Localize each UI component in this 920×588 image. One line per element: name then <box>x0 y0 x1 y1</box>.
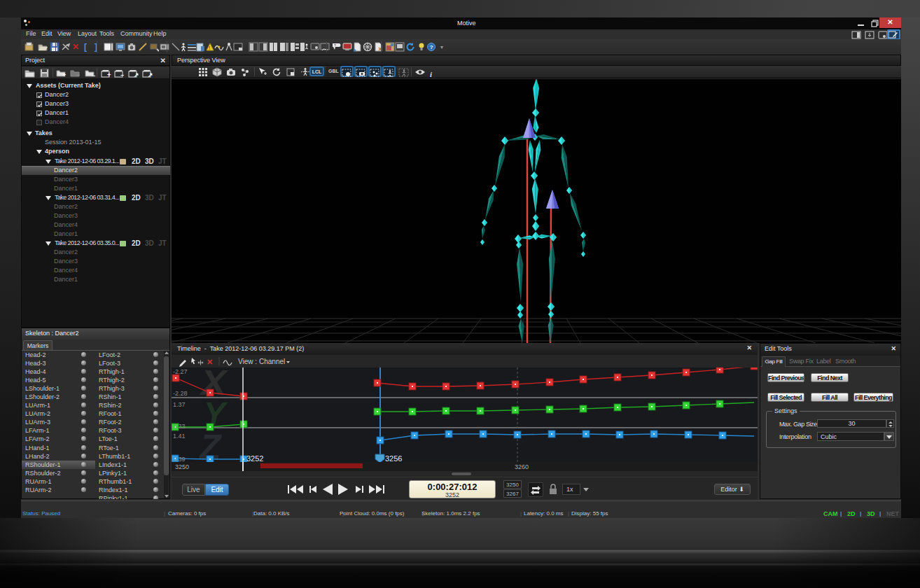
svg-text:↗: ↗ <box>148 71 153 78</box>
svg-text:+: + <box>62 71 66 78</box>
svg-text:1.41: 1.41 <box>173 433 186 440</box>
svg-text:3256: 3256 <box>385 454 402 462</box>
svg-text:!: ! <box>209 45 210 51</box>
svg-text:?: ? <box>334 43 336 48</box>
svg-text:View :: View : <box>238 358 257 365</box>
svg-text:→: → <box>90 71 96 78</box>
svg-text:↗: ↗ <box>134 71 139 78</box>
svg-text:–: – <box>76 71 80 78</box>
svg-text:1.37: 1.37 <box>173 401 186 408</box>
svg-text:✕: ✕ <box>207 358 213 366</box>
svg-text:–: – <box>120 71 124 78</box>
svg-text:1.39: 1.39 <box>173 456 186 462</box>
svg-text:Channel: Channel <box>259 358 285 365</box>
svg-text:+: + <box>107 71 111 78</box>
svg-text:?: ? <box>430 44 433 50</box>
svg-text:-2.27: -2.27 <box>173 368 188 375</box>
svg-text:3252: 3252 <box>246 454 263 462</box>
svg-text:-2.28: -2.28 <box>173 390 188 397</box>
svg-text:1.33: 1.33 <box>173 423 186 430</box>
